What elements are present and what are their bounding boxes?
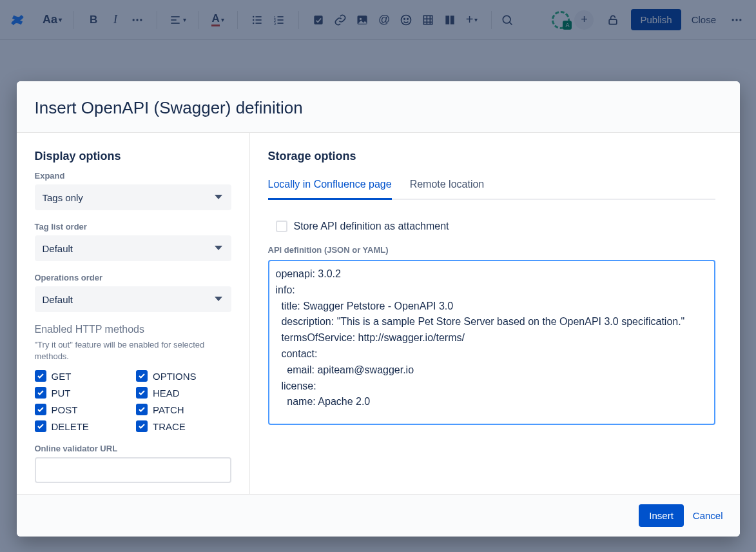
modal-header: Insert OpenAPI (Swagger) definition <box>17 81 740 133</box>
tab-local[interactable]: Locally in Confluence page <box>268 172 392 200</box>
check-icon <box>138 372 146 380</box>
opsorder-select[interactable]: Default <box>35 286 231 312</box>
taglist-select[interactable]: Default <box>35 235 231 261</box>
check-icon <box>138 406 146 413</box>
check-icon <box>138 422 146 430</box>
check-icon <box>37 422 44 430</box>
checkbox-delete[interactable] <box>35 420 46 432</box>
validator-input[interactable] <box>35 457 231 483</box>
methods-help-text: "Try it out" feature will be enabled for… <box>35 339 231 362</box>
display-options-pane: Display options Expand Tags only Tag lis… <box>17 133 250 494</box>
storage-options-pane: Storage options Locally in Confluence pa… <box>250 133 740 494</box>
label-delete: DELETE <box>52 421 89 432</box>
insert-button[interactable]: Insert <box>639 504 684 527</box>
checkbox-store-attachment[interactable] <box>276 221 287 232</box>
checkbox-get[interactable] <box>35 370 46 382</box>
check-icon <box>37 372 44 380</box>
display-options-heading: Display options <box>35 150 231 163</box>
modal-footer: Insert Cancel <box>17 494 740 537</box>
label-get: GET <box>52 371 72 382</box>
check-icon <box>37 406 44 413</box>
label-put: PUT <box>52 388 71 399</box>
tab-remote[interactable]: Remote location <box>410 172 485 200</box>
storage-tabs: Locally in Confluence page Remote locati… <box>268 172 715 200</box>
label-patch: PATCH <box>153 404 184 415</box>
checkbox-patch[interactable] <box>136 404 148 415</box>
expand-label: Expand <box>35 171 231 181</box>
openapi-modal: Insert OpenAPI (Swagger) definition Disp… <box>17 81 740 537</box>
label-options: OPTIONS <box>153 371 197 382</box>
checkbox-options[interactable] <box>136 370 148 382</box>
methods-heading: Enabled HTTP methods <box>35 324 231 335</box>
label-head: HEAD <box>153 388 180 399</box>
storage-options-heading: Storage options <box>268 150 715 163</box>
methods-grid: GET OPTIONS PUT HEAD <box>35 370 231 432</box>
api-definition-textarea[interactable] <box>268 260 715 425</box>
validator-label: Online validator URL <box>35 444 231 453</box>
checkbox-put[interactable] <box>35 387 46 399</box>
opsorder-label: Operations order <box>35 273 231 282</box>
cancel-button[interactable]: Cancel <box>693 510 723 521</box>
expand-select[interactable]: Tags only <box>35 184 231 210</box>
checkbox-post[interactable] <box>35 404 46 415</box>
taglist-label: Tag list order <box>35 222 231 232</box>
check-icon <box>138 389 146 397</box>
checkbox-head[interactable] <box>136 387 148 399</box>
check-icon <box>37 389 44 397</box>
modal-title: Insert OpenAPI (Swagger) definition <box>35 98 722 118</box>
label-trace: TRACE <box>153 421 186 432</box>
label-post: POST <box>52 404 78 415</box>
checkbox-trace[interactable] <box>136 420 148 432</box>
modal-overlay: Insert OpenAPI (Swagger) definition Disp… <box>0 0 756 552</box>
api-definition-label: API definition (JSON or YAML) <box>268 245 715 255</box>
store-attachment-label: Store API definition as attachment <box>294 221 449 232</box>
